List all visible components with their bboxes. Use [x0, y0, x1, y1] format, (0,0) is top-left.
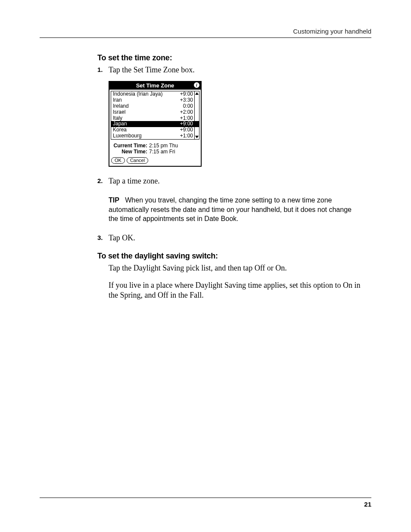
step-3: 3. Tap OK. — [97, 233, 363, 243]
timezone-row[interactable]: Indonesia (Irian Jaya)+9:00 — [111, 91, 199, 97]
timezone-offset: +9:00 — [180, 91, 193, 97]
timezone-offset: +3:30 — [180, 97, 193, 103]
page-number: 21 — [40, 501, 371, 508]
embedded-screenshot: Set Time Zone i Indonesia (Irian Jaya)+9… — [109, 81, 363, 166]
step-number: 1. — [97, 65, 109, 75]
palm-dialog: Set Time Zone i Indonesia (Irian Jaya)+9… — [109, 81, 202, 166]
timezone-name: Ireland — [113, 103, 129, 109]
step-1: 1. Tap the Set Time Zone box. — [97, 65, 363, 75]
timezone-row[interactable]: Japan+9:00 — [111, 121, 199, 127]
heading-set-dst: To set the daylight saving switch: — [97, 252, 363, 261]
page: Customizing your handheld To set the tim… — [0, 0, 411, 532]
timezone-list[interactable]: Indonesia (Irian Jaya)+9:00Iran+3:30Irel… — [111, 91, 199, 139]
timezone-name: Luxembourg — [113, 133, 142, 139]
current-time-value: 2:15 pm Thu — [149, 143, 178, 149]
palm-title-text: Set Time Zone — [136, 82, 174, 89]
timezone-offset: +1:00 — [180, 115, 193, 121]
footer-rule — [40, 498, 371, 498]
new-time-label: New Time: — [111, 149, 149, 155]
palm-time-readout: Current Time: 2:15 pm Thu New Time: 7:15… — [109, 141, 201, 156]
page-footer: 21 — [40, 498, 371, 508]
header-rule — [40, 37, 371, 38]
timezone-row[interactable]: Italy+1:00 — [111, 115, 199, 121]
timezone-row[interactable]: Israel+2:00 — [111, 109, 199, 115]
timezone-name: Iran — [113, 97, 122, 103]
tip-paragraph: TIP When you travel, changing the time z… — [109, 196, 363, 224]
timezone-name: Italy — [113, 115, 122, 121]
running-header: Customizing your handheld — [40, 28, 371, 35]
new-time-value: 7:15 am Fri — [149, 149, 175, 155]
body-paragraph: Tap the Daylight Saving pick list, and t… — [109, 263, 363, 273]
body-paragraph: If you live in a place where Daylight Sa… — [109, 280, 363, 301]
step-number: 2. — [97, 176, 109, 186]
heading-set-time-zone: To set the time zone: — [97, 53, 363, 62]
palm-dialog-title: Set Time Zone i — [109, 82, 201, 90]
timezone-name: Korea — [113, 127, 127, 133]
timezone-offset: +9:00 — [180, 127, 193, 133]
info-icon[interactable]: i — [194, 82, 199, 88]
timezone-offset: 0:00 — [183, 103, 193, 109]
scroll-up-icon[interactable] — [195, 92, 199, 95]
scrollbar[interactable] — [194, 91, 199, 139]
step-text: Tap the Set Time Zone box. — [109, 65, 195, 75]
current-time-label: Current Time: — [111, 143, 149, 149]
tip-body: When you travel, changing the time zone … — [109, 196, 352, 222]
cancel-button[interactable]: Cancel — [127, 157, 148, 164]
step-2: 2. Tap a time zone. — [97, 176, 363, 186]
timezone-row[interactable]: Korea+9:00 — [111, 127, 199, 133]
step-text: Tap OK. — [109, 233, 135, 243]
step-number: 3. — [97, 233, 109, 243]
timezone-row[interactable]: Iran+3:30 — [111, 97, 199, 103]
timezone-name: Israel — [113, 109, 125, 115]
timezone-row[interactable]: Luxembourg+1:00 — [111, 133, 199, 139]
content-column: To set the time zone: 1. Tap the Set Tim… — [97, 53, 363, 300]
ok-button[interactable]: OK — [111, 157, 125, 164]
timezone-offset: +9:00 — [180, 121, 193, 127]
scroll-down-icon[interactable] — [195, 136, 199, 138]
timezone-offset: +1:00 — [180, 133, 193, 139]
timezone-row[interactable]: Ireland0:00 — [111, 103, 199, 109]
timezone-offset: +2:00 — [180, 109, 193, 115]
tip-label: TIP — [109, 196, 119, 204]
step-text: Tap a time zone. — [109, 176, 160, 186]
palm-button-row: OK Cancel — [109, 156, 201, 166]
timezone-name: Japan — [113, 121, 127, 127]
timezone-name: Indonesia (Irian Jaya) — [113, 91, 162, 97]
